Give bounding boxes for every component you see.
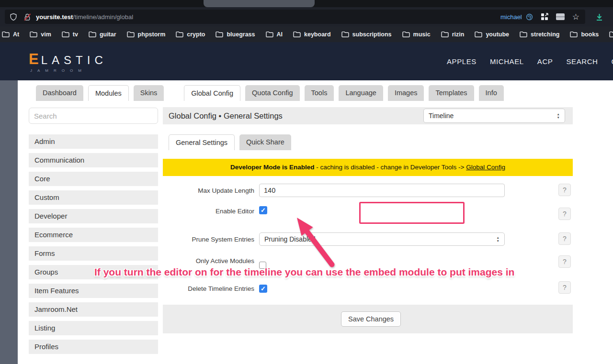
bookmark-folder-youtube[interactable]: youtube: [469, 31, 514, 38]
folder-icon: [570, 31, 578, 37]
nav-michael[interactable]: MICHAEL: [490, 57, 524, 66]
help-button[interactable]: ?: [558, 255, 571, 268]
url-field[interactable]: yoursite.test/timeline/admin/global mich…: [5, 10, 585, 24]
tab-modules[interactable]: Modules: [88, 85, 129, 101]
folder-icon: [216, 31, 223, 37]
sidebar-item-listing[interactable]: Listing: [29, 321, 158, 335]
downloads-icon[interactable]: [585, 13, 613, 21]
folder-icon: [176, 31, 183, 37]
select-arrows-icon: ▲▼: [497, 236, 499, 243]
field-label-delete-timeline-entries: Delete Timeline Entries: [163, 285, 254, 292]
folder-icon: [89, 31, 96, 37]
search-input[interactable]: [29, 108, 158, 124]
max-update-length-input[interactable]: [259, 184, 505, 197]
folder-icon: [402, 31, 410, 37]
sidebar-item-groups[interactable]: Groups: [29, 265, 158, 279]
folder-icon: [127, 31, 135, 37]
site-header: ELASTIC JAMROOM APPLES MICHAEL ACP SEARC…: [0, 42, 613, 80]
module-select[interactable]: Timeline ▲▼: [423, 109, 565, 123]
sidebar-item-communication[interactable]: Communication: [29, 153, 158, 167]
annotation-highlight-box: [359, 202, 465, 224]
sidebar: Admin Communication Core Custom Develope…: [29, 108, 158, 358]
sidebar-item-jamroom-net[interactable]: Jamroom.Net: [29, 302, 158, 317]
bookmark-folder-at[interactable]: At: [0, 31, 24, 38]
nav-acp[interactable]: ACP: [537, 57, 553, 66]
save-changes-button[interactable]: Save Changes: [341, 311, 401, 327]
bookmark-folder-books[interactable]: books: [565, 31, 604, 38]
bookmark-folder-crypto[interactable]: crypto: [170, 31, 210, 38]
folder-icon: [520, 31, 527, 37]
prune-system-entries-select[interactable]: Pruning Disabled ▲▼: [259, 232, 505, 246]
only-active-modules-checkbox[interactable]: [259, 262, 266, 269]
bookmark-folder-keyboard[interactable]: keyboard: [288, 31, 336, 38]
help-button[interactable]: ?: [558, 208, 571, 220]
bookmark-folder-vim[interactable]: vim: [24, 31, 57, 38]
nav-search[interactable]: SEARCH: [566, 57, 598, 66]
site-logo[interactable]: ELASTIC JAMROOM: [29, 51, 107, 73]
tab-quick-share[interactable]: Quick Share: [239, 134, 291, 150]
site-nav: APPLES MICHAEL ACP SEARCH C: [447, 42, 613, 80]
sidebar-item-admin[interactable]: Admin: [29, 134, 158, 149]
tab-dashboard[interactable]: Dashboard: [36, 85, 83, 101]
sidebar-item-profiles[interactable]: Profiles: [29, 340, 158, 354]
sidebar-item-ecommerce[interactable]: Ecommerce: [29, 228, 158, 242]
browser-tab-bar: [0, 0, 613, 7]
delete-timeline-entries-checkbox[interactable]: [259, 285, 267, 293]
sidebar-item-core[interactable]: Core: [29, 172, 158, 186]
folder-icon: [475, 31, 482, 37]
bookmark-folder-stretching[interactable]: stretching: [514, 31, 565, 38]
reader-mode-icon[interactable]: [556, 13, 565, 20]
field-label-prune-system-entries: Prune System Entries: [163, 236, 254, 243]
folder-icon: [341, 31, 349, 37]
sidebar-list: Admin Communication Core Custom Develope…: [29, 134, 158, 354]
folder-icon: [609, 31, 613, 37]
global-config-link[interactable]: Global Config: [466, 164, 505, 171]
save-bar: Save Changes: [163, 305, 573, 333]
enable-editor-checkbox[interactable]: [259, 206, 267, 214]
sidebar-item-developer[interactable]: Developer: [29, 209, 158, 223]
shield-icon[interactable]: [10, 13, 17, 21]
page-content: Dashboard Modules Skins Global Config Qu…: [0, 80, 613, 364]
help-button[interactable]: ?: [558, 281, 571, 294]
main-panel: Global Config • General Settings Timelin…: [163, 80, 573, 364]
folder-icon: [266, 31, 273, 37]
sidebar-item-item-features[interactable]: Item Features: [29, 284, 158, 298]
browser-tab[interactable]: [204, 0, 315, 7]
bookmark-folder-rizin[interactable]: rizin: [436, 31, 470, 38]
sidebar-item-custom[interactable]: Custom: [29, 190, 158, 205]
bookmark-folder-tv[interactable]: tv: [57, 31, 83, 38]
folder-icon: [2, 31, 10, 37]
sidebar-item-forms[interactable]: Forms: [29, 246, 158, 261]
bookmark-folder-guitar[interactable]: guitar: [83, 31, 122, 38]
folder-icon: [62, 31, 69, 37]
bookmark-folder-ai[interactable]: AI: [261, 31, 288, 38]
bookmark-folder-spaces[interactable]: spaces: [604, 31, 613, 38]
fingerprint-container-icon: [526, 13, 533, 21]
field-label-enable-editor: Enable Editor: [163, 208, 254, 215]
help-button[interactable]: ?: [558, 184, 571, 196]
url-domain: yoursite.test: [36, 13, 73, 21]
url-text[interactable]: yoursite.test/timeline/admin/global: [36, 13, 133, 21]
tab-general-settings[interactable]: General Settings: [169, 134, 235, 150]
help-button[interactable]: ?: [558, 232, 571, 245]
developer-mode-banner: Developer Mode is Enabled - caching is d…: [163, 159, 573, 176]
field-label-only-active-modules: Only Active Modules: [163, 257, 254, 265]
tab-skins[interactable]: Skins: [134, 85, 164, 101]
bookmarks-bar: At vim tv guitar phpstorm crypto bluegra…: [0, 26, 613, 42]
sub-tabs: General Settings Quick Share: [169, 134, 291, 150]
select-arrows-icon: ▲▼: [557, 112, 560, 120]
split-view-icon[interactable]: [541, 13, 548, 21]
browser-window: yoursite.test/timeline/admin/global mich…: [0, 0, 613, 364]
insecure-lock-icon[interactable]: [23, 13, 31, 21]
bookmark-star-icon[interactable]: ☆: [572, 13, 579, 21]
folder-icon: [441, 31, 449, 37]
bookmark-folder-phpstorm[interactable]: phpstorm: [122, 31, 171, 38]
bookmark-folder-bluegrass[interactable]: bluegrass: [210, 31, 260, 38]
bookmark-folder-subscriptions[interactable]: subscriptions: [336, 31, 397, 38]
nav-apples[interactable]: APPLES: [447, 57, 477, 66]
folder-icon: [30, 31, 37, 37]
nav-clipped[interactable]: C: [612, 57, 613, 66]
field-label-max-update-length: Max Update Length: [163, 187, 254, 194]
left-gray-strip: [0, 80, 18, 364]
bookmark-folder-music[interactable]: music: [397, 31, 436, 38]
